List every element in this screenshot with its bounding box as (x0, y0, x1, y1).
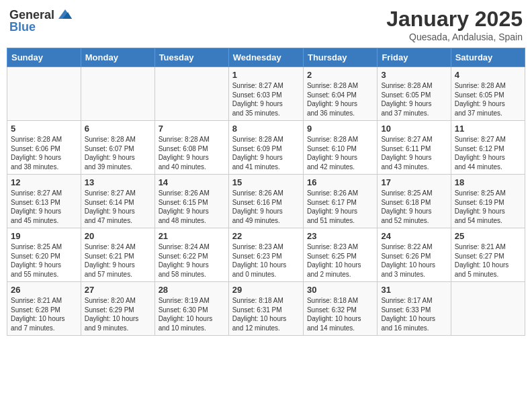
calendar-cell: 21Sunrise: 8:24 AM Sunset: 6:22 PM Dayli… (154, 228, 228, 282)
day-number: 5 (11, 124, 77, 134)
calendar-cell (154, 67, 228, 121)
day-number: 6 (85, 124, 151, 134)
calendar-table: SundayMondayTuesdayWednesdayThursdayFrid… (7, 48, 525, 336)
day-info: Sunrise: 8:27 AM Sunset: 6:13 PM Dayligh… (11, 189, 77, 225)
calendar-week-3: 12Sunrise: 8:27 AM Sunset: 6:13 PM Dayli… (7, 175, 525, 228)
calendar-cell: 20Sunrise: 8:24 AM Sunset: 6:21 PM Dayli… (81, 228, 154, 282)
calendar-cell: 13Sunrise: 8:27 AM Sunset: 6:14 PM Dayli… (81, 175, 154, 228)
day-number: 13 (85, 177, 151, 187)
day-number: 29 (232, 285, 300, 295)
day-info: Sunrise: 8:28 AM Sunset: 6:04 PM Dayligh… (307, 81, 373, 118)
calendar-cell: 3Sunrise: 8:28 AM Sunset: 6:05 PM Daylig… (378, 67, 451, 121)
day-number: 7 (159, 124, 225, 134)
day-number: 12 (11, 177, 77, 187)
day-info: Sunrise: 8:28 AM Sunset: 6:09 PM Dayligh… (232, 135, 300, 171)
day-number: 20 (85, 231, 151, 241)
day-number: 26 (11, 285, 77, 295)
calendar-cell: 25Sunrise: 8:21 AM Sunset: 6:27 PM Dayli… (451, 228, 525, 282)
day-info: Sunrise: 8:28 AM Sunset: 6:05 PM Dayligh… (381, 81, 447, 118)
calendar-cell: 8Sunrise: 8:28 AM Sunset: 6:09 PM Daylig… (228, 121, 303, 175)
col-header-sunday: Sunday (7, 48, 81, 67)
day-info: Sunrise: 8:26 AM Sunset: 6:17 PM Dayligh… (307, 189, 373, 225)
day-number: 30 (307, 285, 373, 295)
day-info: Sunrise: 8:27 AM Sunset: 6:03 PM Dayligh… (232, 81, 300, 118)
calendar-cell: 28Sunrise: 8:19 AM Sunset: 6:30 PM Dayli… (154, 282, 228, 336)
day-number: 21 (159, 231, 225, 241)
calendar-cell: 26Sunrise: 8:21 AM Sunset: 6:28 PM Dayli… (7, 282, 81, 336)
calendar-cell: 22Sunrise: 8:23 AM Sunset: 6:23 PM Dayli… (228, 228, 303, 282)
day-number: 16 (307, 177, 373, 187)
col-header-thursday: Thursday (303, 48, 377, 67)
day-info: Sunrise: 8:25 AM Sunset: 6:19 PM Dayligh… (455, 189, 521, 225)
day-info: Sunrise: 8:26 AM Sunset: 6:15 PM Dayligh… (159, 189, 225, 225)
col-header-tuesday: Tuesday (154, 48, 228, 67)
day-number: 28 (159, 285, 225, 295)
calendar-cell: 29Sunrise: 8:18 AM Sunset: 6:31 PM Dayli… (228, 282, 303, 336)
calendar-cell: 2Sunrise: 8:28 AM Sunset: 6:04 PM Daylig… (303, 67, 377, 121)
day-info: Sunrise: 8:18 AM Sunset: 6:31 PM Dayligh… (232, 296, 300, 332)
day-number: 19 (11, 231, 77, 241)
calendar-header-row: SundayMondayTuesdayWednesdayThursdayFrid… (7, 48, 525, 67)
day-info: Sunrise: 8:21 AM Sunset: 6:27 PM Dayligh… (455, 242, 521, 279)
calendar-week-2: 5Sunrise: 8:28 AM Sunset: 6:06 PM Daylig… (7, 121, 525, 175)
calendar-cell: 5Sunrise: 8:28 AM Sunset: 6:06 PM Daylig… (7, 121, 81, 175)
month-title: January 2025 (386, 7, 523, 32)
day-info: Sunrise: 8:26 AM Sunset: 6:16 PM Dayligh… (232, 189, 300, 225)
logo: General Blue (9, 7, 72, 34)
calendar-cell: 11Sunrise: 8:27 AM Sunset: 6:12 PM Dayli… (451, 121, 525, 175)
day-info: Sunrise: 8:23 AM Sunset: 6:23 PM Dayligh… (232, 242, 300, 279)
day-info: Sunrise: 8:27 AM Sunset: 6:11 PM Dayligh… (381, 135, 447, 171)
day-number: 23 (307, 231, 373, 241)
day-number: 4 (455, 70, 521, 80)
day-info: Sunrise: 8:27 AM Sunset: 6:14 PM Dayligh… (85, 189, 151, 225)
calendar-cell: 24Sunrise: 8:22 AM Sunset: 6:26 PM Dayli… (378, 228, 451, 282)
day-number: 17 (381, 177, 447, 187)
calendar-cell: 27Sunrise: 8:20 AM Sunset: 6:29 PM Dayli… (81, 282, 154, 336)
day-number: 3 (381, 70, 447, 80)
day-info: Sunrise: 8:28 AM Sunset: 6:10 PM Dayligh… (307, 135, 373, 171)
day-info: Sunrise: 8:23 AM Sunset: 6:25 PM Dayligh… (307, 242, 373, 279)
day-info: Sunrise: 8:28 AM Sunset: 6:06 PM Dayligh… (11, 135, 77, 171)
day-number: 11 (455, 124, 521, 134)
day-number: 14 (159, 177, 225, 187)
location-title: Quesada, Andalusia, Spain (386, 32, 523, 42)
col-header-wednesday: Wednesday (228, 48, 303, 67)
day-info: Sunrise: 8:24 AM Sunset: 6:21 PM Dayligh… (85, 242, 151, 279)
calendar-cell (81, 67, 154, 121)
calendar-cell: 14Sunrise: 8:26 AM Sunset: 6:15 PM Dayli… (154, 175, 228, 228)
calendar-cell: 17Sunrise: 8:25 AM Sunset: 6:18 PM Dayli… (378, 175, 451, 228)
day-number: 25 (455, 231, 521, 241)
day-info: Sunrise: 8:17 AM Sunset: 6:33 PM Dayligh… (381, 296, 447, 332)
day-number: 8 (232, 124, 300, 134)
calendar-cell: 7Sunrise: 8:28 AM Sunset: 6:08 PM Daylig… (154, 121, 228, 175)
calendar-cell: 10Sunrise: 8:27 AM Sunset: 6:11 PM Dayli… (378, 121, 451, 175)
calendar-cell: 12Sunrise: 8:27 AM Sunset: 6:13 PM Dayli… (7, 175, 81, 228)
calendar-cell: 19Sunrise: 8:25 AM Sunset: 6:20 PM Dayli… (7, 228, 81, 282)
day-number: 18 (455, 177, 521, 187)
calendar-cell: 30Sunrise: 8:18 AM Sunset: 6:32 PM Dayli… (303, 282, 377, 336)
title-area: January 2025 Quesada, Andalusia, Spain (386, 7, 523, 42)
day-number: 24 (381, 231, 447, 241)
day-number: 31 (381, 285, 447, 295)
calendar-cell: 18Sunrise: 8:25 AM Sunset: 6:19 PM Dayli… (451, 175, 525, 228)
calendar-cell: 31Sunrise: 8:17 AM Sunset: 6:33 PM Dayli… (378, 282, 451, 336)
calendar-week-1: 1Sunrise: 8:27 AM Sunset: 6:03 PM Daylig… (7, 67, 525, 121)
day-number: 9 (307, 124, 373, 134)
day-info: Sunrise: 8:18 AM Sunset: 6:32 PM Dayligh… (307, 296, 373, 332)
calendar-cell: 23Sunrise: 8:23 AM Sunset: 6:25 PM Dayli… (303, 228, 377, 282)
day-info: Sunrise: 8:24 AM Sunset: 6:22 PM Dayligh… (159, 242, 225, 279)
day-number: 2 (307, 70, 373, 80)
day-info: Sunrise: 8:20 AM Sunset: 6:29 PM Dayligh… (85, 296, 151, 332)
logo-blue: Blue (9, 20, 36, 34)
calendar-cell: 16Sunrise: 8:26 AM Sunset: 6:17 PM Dayli… (303, 175, 377, 228)
calendar-cell (451, 282, 525, 336)
calendar-cell: 9Sunrise: 8:28 AM Sunset: 6:10 PM Daylig… (303, 121, 377, 175)
day-number: 10 (381, 124, 447, 134)
day-number: 1 (232, 70, 300, 80)
calendar-cell: 15Sunrise: 8:26 AM Sunset: 6:16 PM Dayli… (228, 175, 303, 228)
day-info: Sunrise: 8:25 AM Sunset: 6:18 PM Dayligh… (381, 189, 447, 225)
day-info: Sunrise: 8:22 AM Sunset: 6:26 PM Dayligh… (381, 242, 447, 279)
day-number: 15 (232, 177, 300, 187)
day-info: Sunrise: 8:28 AM Sunset: 6:07 PM Dayligh… (85, 135, 151, 171)
calendar-cell: 1Sunrise: 8:27 AM Sunset: 6:03 PM Daylig… (228, 67, 303, 121)
